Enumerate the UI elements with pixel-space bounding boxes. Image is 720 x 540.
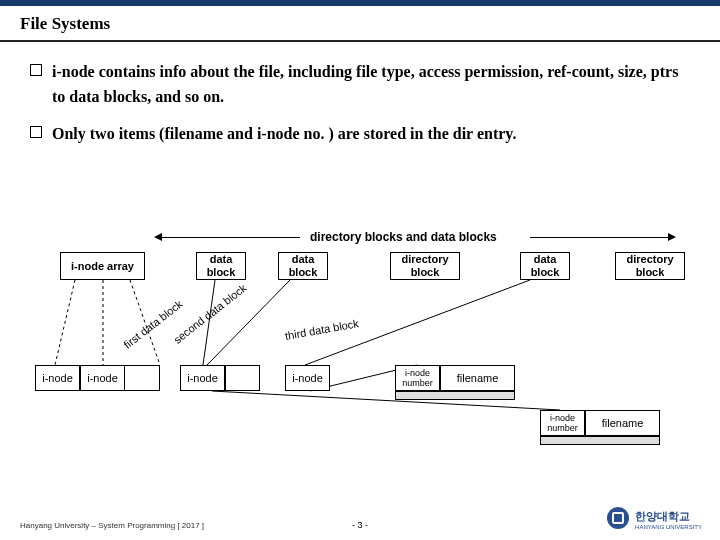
bullet-item: i-node contains info about the file, inc…	[30, 60, 690, 110]
ptr-label-first: first data block	[121, 298, 184, 351]
filename-cell: filename	[440, 365, 515, 391]
data-block-box: data block	[520, 252, 570, 280]
gap-cell	[225, 365, 260, 391]
filename-cell: filename	[585, 410, 660, 436]
arrow-left-icon	[154, 233, 162, 241]
bullet-text: Only two items (filename and i-node no. …	[52, 122, 516, 147]
data-block-box: data block	[196, 252, 246, 280]
svg-line-0	[55, 280, 75, 365]
bullets-area: i-node contains info about the file, inc…	[0, 42, 720, 146]
university-logo: 한양대학교 HANYANG UNIVERSITY	[607, 506, 702, 530]
dir-entry-strip	[395, 391, 515, 400]
logo-icon	[607, 507, 629, 529]
footer-text: Hanyang University – System Programming …	[20, 521, 204, 530]
page-title: File Systems	[20, 14, 700, 34]
inode-cell: i-node	[80, 365, 125, 391]
inode-cell: i-node	[35, 365, 80, 391]
inode-cell: i-node	[285, 365, 330, 391]
university-name: 한양대학교	[635, 510, 690, 522]
ptr-label-third: third data block	[284, 317, 360, 342]
checkbox-icon	[30, 126, 42, 138]
arrow-right-icon	[668, 233, 676, 241]
inode-cell: i-node	[180, 365, 225, 391]
svg-line-4	[207, 280, 290, 365]
checkbox-icon	[30, 64, 42, 76]
page-number: - 3 -	[352, 520, 368, 530]
data-block-box: data block	[278, 252, 328, 280]
bullet-item: Only two items (filename and i-node no. …	[30, 122, 690, 147]
diagram-caption: directory blocks and data blocks	[310, 230, 497, 244]
dir-entry-strip	[540, 436, 660, 445]
diagram-area: directory blocks and data blocks i-node …	[0, 230, 720, 490]
inode-number-cell: i-node number	[540, 410, 585, 436]
directory-block-box: directory block	[390, 252, 460, 280]
gap-cell	[125, 365, 160, 391]
inode-array-box: i-node array	[60, 252, 145, 280]
title-bar: File Systems	[0, 6, 720, 42]
arrow-line-left	[160, 237, 300, 238]
university-name-en: HANYANG UNIVERSITY	[635, 524, 702, 530]
directory-block-box: directory block	[615, 252, 685, 280]
bullet-text: i-node contains info about the file, inc…	[52, 60, 690, 110]
ptr-label-second: second data block	[171, 282, 248, 346]
arrow-line-right	[530, 237, 670, 238]
inode-number-cell: i-node number	[395, 365, 440, 391]
